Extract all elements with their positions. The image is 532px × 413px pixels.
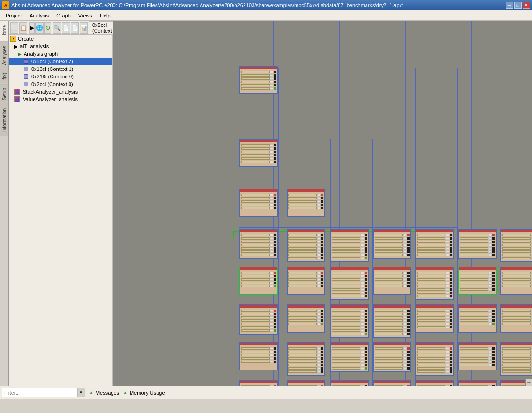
menu-views[interactable]: Views [75,12,96,19]
cfg-block[interactable] [239,66,278,94]
window-controls: ─ □ ✕ [506,2,530,9]
cfg-block[interactable] [373,267,411,295]
cfg-block[interactable] [500,304,532,333]
toolbar-btn-1[interactable]: ⬜ [10,22,18,34]
cfg-block[interactable] [415,342,454,376]
toolbar-btn-2[interactable]: 📋 [19,22,27,34]
cfg-block[interactable] [287,267,325,295]
tab-information[interactable]: Information [0,104,8,136]
cfg-block[interactable] [287,342,325,376]
toolbar-btn-4[interactable]: 🌐 [35,22,44,34]
memory-icon: ▲ [123,390,128,395]
cfg-block[interactable] [239,139,278,167]
vertical-tabs: Home Analyses f(x) Setup Information [0,21,9,386]
app-icon: A [2,1,9,9]
menu-help[interactable]: Help [96,12,114,19]
cfg-block[interactable] [330,229,369,262]
cfg-block[interactable] [458,267,497,295]
cfg-block[interactable] [373,304,411,338]
cfg-block[interactable] [373,380,411,386]
title-bar: A AbsInt Advanced Analyzer for PowerPC e… [0,0,532,10]
tab-setup[interactable]: Setup [0,84,8,104]
cfg-block[interactable] [458,380,497,386]
cfg-block[interactable] [330,267,369,300]
title-text: AbsInt Advanced Analyzer for PowerPC e20… [11,2,506,8]
toolbar-btn-7[interactable]: 📄 [62,22,70,34]
cfg-block[interactable] [415,229,454,259]
filter-input[interactable] [2,388,78,397]
tree-panel: ⬜ 📋 ▶ 🌐 ↻ 🔍 📄 📄 📊 0x5cci (Context 2) ⤢ ✕… [9,21,113,386]
cfg-block[interactable] [500,267,532,295]
tree-item-create[interactable]: f Create [9,35,112,43]
context1-icon [24,67,28,71]
tab-analyses[interactable]: Analyses [0,42,8,69]
cfg-block[interactable] [330,380,369,386]
fx-icon: f [10,36,16,42]
status-bar: ▼ ▲ Messages ▲ Memory Usage [0,386,532,399]
messages-icon: ▲ [89,390,94,395]
cfg-block[interactable] [500,229,532,262]
cfg-block[interactable] [287,229,325,262]
messages-tab[interactable]: ▲ Messages [89,390,119,396]
cfg-block[interactable] [287,304,325,333]
toolbar-btn-6[interactable]: 🔍 [53,22,61,34]
tree-container: f Create ▶ aiT_analysis ▶ Analysis graph… [9,35,112,386]
cfg-block[interactable] [287,380,325,386]
tree-item-0x2cci[interactable]: 0x2cci (Context 0) [9,80,112,88]
tree-item-0x218i[interactable]: 0x218i (Context 0) [9,73,112,80]
scroll-corner: ⊹ [525,379,532,386]
cfg-block[interactable] [500,342,532,376]
context2-icon [24,59,28,64]
toolbar-btn-8[interactable]: 📄 [71,22,79,34]
menu-analysis[interactable]: Analysis [26,12,52,19]
cfg-block[interactable] [239,189,278,217]
memory-tab[interactable]: ▲ Memory Usage [123,390,165,396]
cfg-block[interactable] [239,342,278,370]
menu-bar: Project Analysis Graph Views Help [0,10,532,21]
cfg-block[interactable] [330,304,369,338]
filter-area: ▼ [2,388,85,397]
filter-dropdown[interactable]: ▼ [78,388,85,397]
cfg-block[interactable] [373,229,411,259]
folder-icon: ▶ [14,44,18,49]
context0b-icon [24,82,28,86]
main-layout: Home Analyses f(x) Setup Information ⬜ 📋… [0,21,532,386]
tree-item-analysis-graph[interactable]: ▶ Analysis graph [9,50,112,58]
toolbar-btn-5[interactable]: ↻ [44,22,51,34]
toolbar-btn-3[interactable]: ▶ [29,22,35,34]
cfg-block[interactable] [330,342,369,372]
cfg-block[interactable] [373,342,411,372]
tree-item-0x13ci[interactable]: 0x13ci (Context 1) [9,65,112,73]
close-button[interactable]: ✕ [523,2,530,9]
cfg-block[interactable] [415,304,454,333]
stack-icon [14,89,20,95]
cfg-block[interactable] [415,380,454,386]
cfg-block[interactable] [239,229,278,259]
cfg-block[interactable] [458,304,497,333]
context0a-icon [24,74,28,79]
graph-canvas[interactable] [113,21,532,386]
cfg-block[interactable] [239,304,278,335]
tree-item-ait[interactable]: ▶ aiT_analysis [9,43,112,50]
menu-project[interactable]: Project [2,12,26,19]
cfg-block[interactable] [458,229,497,259]
cfg-block[interactable] [239,380,278,386]
cfg-block[interactable] [287,189,325,217]
menu-graph[interactable]: Graph [52,12,75,19]
tab-home[interactable]: Home [0,21,8,42]
toolbar-btn-9[interactable]: 📊 [80,22,88,34]
minimize-button[interactable]: ─ [506,2,513,9]
cfg-block[interactable] [458,342,497,370]
maximize-button[interactable]: □ [514,2,522,9]
graph-tree-icon: ▶ [18,52,22,57]
graph-area[interactable]: ⊹ [113,21,532,386]
cfg-block[interactable] [239,267,278,295]
tree-item-stack[interactable]: StackAnalyzer_analysis [9,88,112,95]
tab-fx[interactable]: f(x) [0,69,8,83]
cfg-block[interactable] [415,267,454,300]
graph-content [113,21,532,386]
tree-item-value[interactable]: ValueAnalyzer_analysis [9,95,112,103]
value-icon [14,96,20,102]
toolbar: ⬜ 📋 ▶ 🌐 ↻ 🔍 📄 📄 📊 0x5cci (Context 2) ⤢ ✕ [9,21,112,35]
tree-item-0x5cci[interactable]: 0x5cci (Context 2) [9,58,112,65]
